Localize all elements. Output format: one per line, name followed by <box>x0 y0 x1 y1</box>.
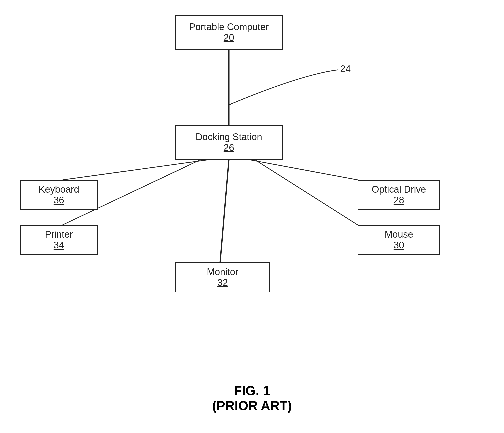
keyboard-node: Keyboard 36 <box>20 180 98 210</box>
optical-drive-node: Optical Drive 28 <box>358 180 440 210</box>
printer-node: Printer 34 <box>20 225 98 255</box>
portable-computer-number: 20 <box>224 32 234 43</box>
fig-label: FIG. 1 <box>212 383 292 398</box>
docking-station-label: Docking Station <box>196 132 262 142</box>
printer-label: Printer <box>45 229 73 240</box>
monitor-label: Monitor <box>207 267 239 277</box>
mouse-label: Mouse <box>385 229 413 240</box>
portable-computer-node: Portable Computer 20 <box>175 15 283 50</box>
svg-line-4 <box>255 160 358 225</box>
keyboard-number: 36 <box>54 195 64 206</box>
optical-drive-number: 28 <box>394 195 404 206</box>
prior-art-label: (PRIOR ART) <box>212 398 292 413</box>
docking-station-number: 26 <box>224 142 234 153</box>
printer-number: 34 <box>54 240 64 251</box>
connection-lines <box>0 0 504 433</box>
svg-line-3 <box>250 160 358 180</box>
monitor-number: 32 <box>217 277 228 288</box>
docking-station-node: Docking Station 26 <box>175 125 283 160</box>
diagram-container: Portable Computer 20 Docking Station 26 … <box>0 0 504 433</box>
mouse-number: 30 <box>394 240 404 251</box>
svg-line-5 <box>220 160 229 262</box>
svg-line-1 <box>63 160 208 180</box>
optical-drive-label: Optical Drive <box>372 184 426 195</box>
portable-computer-label: Portable Computer <box>189 22 269 32</box>
keyboard-label: Keyboard <box>39 184 79 195</box>
figure-caption: FIG. 1 (PRIOR ART) <box>212 383 292 413</box>
monitor-node: Monitor 32 <box>175 262 270 292</box>
mouse-node: Mouse 30 <box>358 225 440 255</box>
ref-24: 24 <box>340 64 351 74</box>
